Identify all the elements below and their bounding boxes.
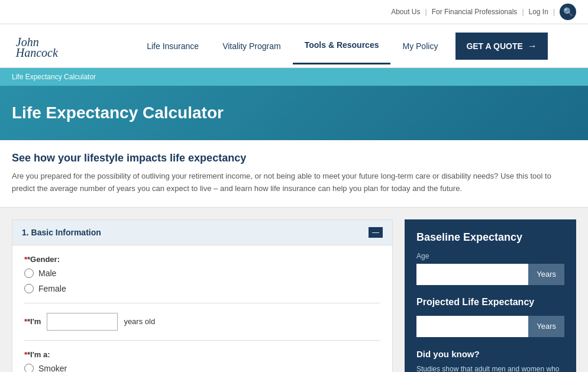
arrow-icon: →	[528, 41, 537, 51]
did-you-know-section: Did you know? Studies show that adult me…	[416, 349, 564, 372]
smoker-field-group: **I'm a: Smoker	[24, 350, 380, 372]
log-in-link[interactable]: Log In	[529, 8, 548, 16]
main-content: 1. Basic Information — **Gender: Male Fe…	[0, 208, 588, 372]
baseline-years-tag: Years	[528, 264, 564, 285]
projected-input	[416, 316, 528, 337]
gender-label: **Gender:	[24, 255, 380, 264]
get-quote-button[interactable]: GET A QUOTE →	[455, 33, 547, 60]
sidebar: Baseline Expectancy Age Years Projected …	[405, 219, 576, 372]
intro-section: See how your lifestyle impacts life expe…	[0, 140, 588, 208]
male-radio-item: Male	[24, 269, 380, 278]
projected-years-tag: Years	[528, 316, 564, 337]
nav-vitality-program[interactable]: Vitality Program	[211, 28, 293, 64]
main-nav: Life Insurance Vitality Program Tools & …	[106, 27, 576, 64]
divider-2	[24, 340, 380, 341]
projected-result-box: Years	[416, 316, 564, 337]
form-section: 1. Basic Information — **Gender: Male Fe…	[12, 219, 393, 372]
header: John Hancock Life Insurance Vitality Pro…	[0, 24, 588, 68]
baseline-title: Baseline Expectancy	[416, 231, 564, 244]
nav-tools-resources[interactable]: Tools & Resources	[293, 27, 391, 64]
age-input[interactable]	[47, 313, 118, 331]
search-icon: 🔍	[563, 7, 573, 17]
age-sub-label: Age	[416, 252, 564, 260]
section-title: 1. Basic Information	[22, 228, 101, 237]
female-radio-item: Female	[24, 284, 380, 293]
gender-field-group: **Gender: Male Female	[24, 255, 380, 293]
age-row: **I'm years old	[24, 313, 380, 331]
female-label: Female	[38, 284, 66, 293]
for-professionals-link[interactable]: For Financial Professionals	[432, 8, 518, 16]
male-label: Male	[38, 269, 56, 278]
baseline-result-box: Years	[416, 264, 564, 285]
nav-my-policy[interactable]: My Policy	[390, 28, 450, 64]
smoker-option-label: Smoker	[38, 364, 67, 372]
gender-radio-group: Male Female	[24, 269, 380, 293]
divider-1	[24, 303, 380, 303]
form-body: **Gender: Male Female **I'm	[12, 245, 392, 372]
svg-text:Hancock: Hancock	[15, 46, 59, 59]
smoker-radio-group: Smoker	[24, 364, 380, 372]
collapse-button[interactable]: —	[369, 227, 383, 238]
projected-title: Projected Life Expectancy	[416, 297, 564, 308]
smoker-radio[interactable]	[24, 364, 34, 372]
about-us-link[interactable]: About Us	[391, 8, 420, 16]
search-button[interactable]: 🔍	[560, 4, 576, 20]
female-radio[interactable]	[24, 284, 34, 293]
breadcrumb: Life Expectancy Calculator	[0, 68, 588, 86]
baseline-input	[416, 264, 528, 285]
did-you-know-title: Did you know?	[416, 349, 564, 359]
form-section-header: 1. Basic Information —	[12, 220, 392, 245]
intro-body: Are you prepared for the possibility of …	[12, 170, 576, 195]
hero-banner: Life Expectancy Calculator	[0, 86, 588, 140]
logo: John Hancock	[12, 24, 106, 67]
page-title: Life Expectancy Calculator	[12, 103, 576, 122]
smoker-radio-item: Smoker	[24, 364, 380, 372]
age-suffix-label: years old	[124, 317, 155, 326]
top-bar: About Us | For Financial Professionals |…	[0, 0, 588, 24]
smoker-label: **I'm a:	[24, 350, 380, 359]
intro-heading: See how your lifestyle impacts life expe…	[12, 152, 576, 164]
nav-life-insurance[interactable]: Life Insurance	[135, 28, 211, 64]
did-you-know-body: Studies show that adult men and women wh…	[416, 364, 564, 372]
male-radio[interactable]	[24, 269, 34, 278]
age-prefix-label: **I'm	[24, 317, 41, 326]
